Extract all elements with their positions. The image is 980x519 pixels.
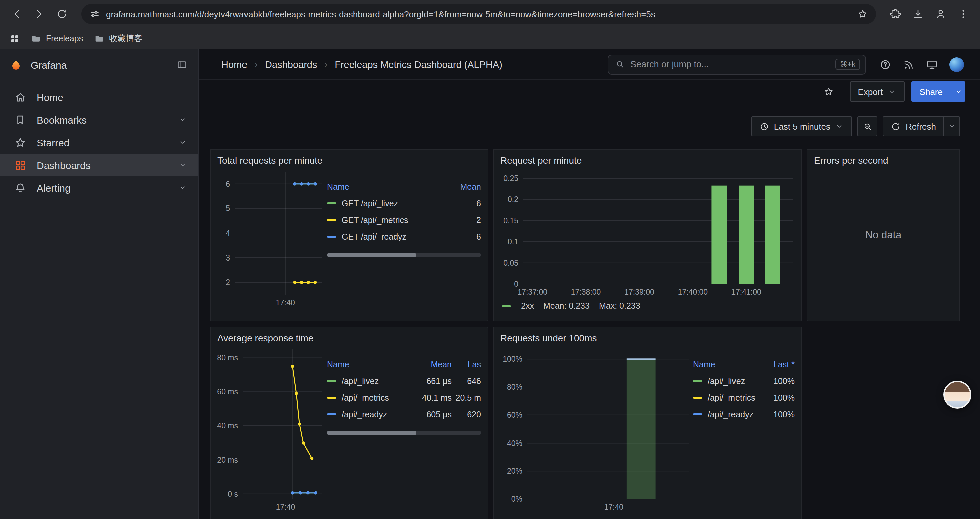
legend-header[interactable]: Name: [693, 360, 757, 369]
legend-header[interactable]: Last *: [757, 360, 795, 369]
reload-button[interactable]: [52, 4, 72, 24]
zoom-out-icon: [862, 121, 873, 131]
svg-text:40 ms: 40 ms: [218, 422, 238, 430]
legend-scrollbar[interactable]: [327, 431, 481, 435]
breadcrumb-home[interactable]: Home: [221, 59, 247, 70]
breadcrumb-dashboards[interactable]: Dashboards: [265, 59, 317, 70]
series-name: GET /api/_metrics: [342, 216, 408, 225]
export-button[interactable]: Export: [850, 81, 905, 102]
panel-title[interactable]: Requests under 100ms: [500, 331, 795, 345]
screen: grafana.mathmast.com/d/deytv4rwavabkb/fr…: [0, 0, 980, 519]
downloads-button[interactable]: [908, 4, 928, 24]
legend-row[interactable]: /api/_readyz100%: [693, 406, 795, 423]
sidebar-item-alerting[interactable]: Alerting: [0, 176, 198, 199]
collapse-sidebar-icon[interactable]: [177, 59, 188, 70]
time-range-picker[interactable]: Last 5 minutes: [751, 116, 852, 136]
legend-header[interactable]: Las: [452, 360, 481, 369]
sidebar-item-home[interactable]: Home: [0, 86, 198, 108]
legend-cell: 20.5 m: [452, 393, 481, 402]
legend-cell: 661 µs: [410, 376, 452, 386]
search-box[interactable]: ⌘+k: [608, 54, 866, 75]
back-button[interactable]: [7, 4, 27, 24]
bookmark-folder-freeleaps[interactable]: Freeleaps: [31, 34, 83, 44]
legend-row[interactable]: /api/_livez661 µs646: [327, 373, 481, 390]
legend-row[interactable]: GET /api/_readyz6: [327, 228, 481, 245]
requests-under-100ms-chart[interactable]: 100%80%60%40%20%0%17:40: [500, 345, 690, 514]
chevron-down-icon: [954, 87, 963, 96]
panel-title[interactable]: Average response time: [218, 331, 481, 345]
download-icon: [912, 8, 924, 20]
legend-row[interactable]: /api/_livez100%: [693, 373, 795, 390]
sidebar-item-label: Dashboards: [37, 159, 91, 171]
svg-text:80%: 80%: [507, 383, 522, 391]
svg-text:80 ms: 80 ms: [218, 353, 238, 362]
request-per-minute-chart[interactable]: 0.250.20.150.10.05017:37:0017:38:0017:39…: [500, 168, 795, 299]
panel-title[interactable]: Request per minute: [500, 153, 795, 168]
rss-icon[interactable]: [903, 58, 915, 70]
legend-item-2xx[interactable]: 2xx: [502, 301, 534, 311]
sidebar-item-dashboards[interactable]: Dashboards: [0, 153, 198, 176]
extension-avatar-overlay[interactable]: [943, 381, 971, 409]
legend-row[interactable]: /api/_metrics40.1 ms20.5 m: [327, 390, 481, 406]
bookmark-folder-blogs[interactable]: 收藏博客: [94, 33, 142, 45]
legend-row[interactable]: GET /api/_livez6: [327, 195, 481, 212]
refresh-button[interactable]: Refresh: [883, 116, 944, 136]
breadcrumb-separator: ›: [324, 59, 327, 69]
brand-name: Grafana: [31, 59, 67, 70]
zoom-out-button[interactable]: [858, 116, 878, 136]
user-avatar[interactable]: [949, 57, 964, 72]
share-button[interactable]: Share: [912, 81, 951, 102]
bookmark-icon: [14, 113, 27, 126]
chevron-down-icon[interactable]: [178, 183, 188, 192]
svg-text:40%: 40%: [507, 439, 522, 447]
folder-icon: [94, 34, 104, 44]
chevron-down-icon[interactable]: [178, 115, 188, 124]
browser-menu-button[interactable]: [953, 4, 973, 24]
apps-grid-icon[interactable]: [10, 34, 20, 44]
series-name: GET /api/_readyz: [342, 232, 406, 241]
legend-header[interactable]: Mean: [441, 182, 481, 192]
panel-average-response-time: Average response time 80 ms60 ms40 ms20 …: [210, 327, 488, 519]
bookmark-star-icon[interactable]: [857, 9, 868, 19]
grafana-logo[interactable]: [9, 57, 23, 72]
svg-text:0.05: 0.05: [503, 259, 519, 267]
url-bar[interactable]: grafana.mathmast.com/d/deytv4rwavabkb/fr…: [81, 4, 876, 24]
series-color-swatch: [327, 236, 336, 238]
svg-text:60%: 60%: [507, 411, 522, 420]
legend-row[interactable]: GET /api/_metrics2: [327, 212, 481, 228]
search-icon: [615, 59, 625, 69]
search-input[interactable]: [630, 59, 830, 69]
sidebar-item-starred[interactable]: Starred: [0, 131, 198, 153]
panel-title[interactable]: Total requests per minute: [218, 153, 481, 168]
legend-cell: 100%: [757, 376, 795, 386]
chevron-down-icon[interactable]: [178, 137, 188, 147]
legend-row[interactable]: /api/_metrics100%: [693, 390, 795, 406]
monitor-icon[interactable]: [926, 58, 938, 70]
total-requests-chart[interactable]: 6543217:40: [218, 168, 323, 309]
folder-icon: [31, 34, 41, 44]
legend-header[interactable]: Mean: [410, 360, 452, 369]
scrollbar-thumb[interactable]: [327, 431, 416, 435]
profile-button[interactable]: [931, 4, 951, 24]
forward-button[interactable]: [29, 4, 49, 24]
refresh-interval-dropdown[interactable]: [944, 116, 960, 136]
help-icon[interactable]: [879, 58, 891, 70]
legend-header[interactable]: Name: [327, 360, 410, 369]
legend-header[interactable]: Name: [327, 182, 441, 192]
legend-row[interactable]: /api/_readyz605 µs620: [327, 406, 481, 423]
sidebar-item-bookmarks[interactable]: Bookmarks: [0, 108, 198, 131]
svg-text:0.1: 0.1: [508, 238, 519, 246]
grafana-header: Home › Dashboards › Freeleaps Metrics Da…: [199, 50, 980, 80]
share-label: Share: [920, 86, 943, 96]
share-dropdown-button[interactable]: [951, 81, 965, 102]
site-settings-icon[interactable]: [89, 9, 100, 19]
extensions-button[interactable]: [885, 4, 905, 24]
legend-scrollbar[interactable]: [327, 253, 481, 257]
scrollbar-thumb[interactable]: [327, 253, 416, 257]
reload-icon: [56, 8, 68, 20]
chevron-down-icon[interactable]: [178, 160, 188, 170]
average-response-time-chart[interactable]: 80 ms60 ms40 ms20 ms0 s17:40: [218, 345, 323, 514]
breadcrumb-separator: ›: [255, 59, 258, 69]
favorite-star-icon[interactable]: [823, 86, 834, 97]
url-text[interactable]: grafana.mathmast.com/d/deytv4rwavabkb/fr…: [106, 9, 851, 19]
